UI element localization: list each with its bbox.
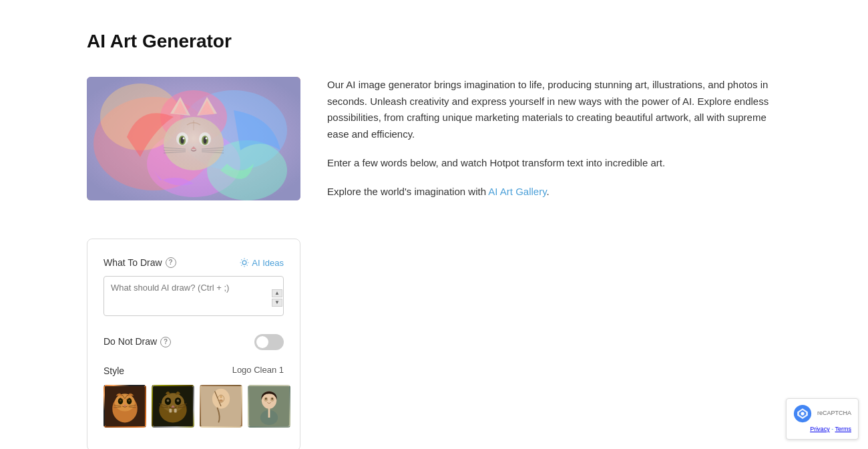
do-not-draw-help-icon[interactable]: ? <box>160 337 171 347</box>
svg-point-65 <box>219 400 223 402</box>
recaptcha-text: reCAPTCHA <box>817 408 851 418</box>
what-to-draw-section: What To Draw ? AI Ideas ▲ ▼ <box>103 255 284 320</box>
scroll-up-arrow[interactable]: ▲ <box>272 289 282 297</box>
tiger-thumb-svg <box>105 386 145 426</box>
violin-thumb-svg <box>201 386 241 426</box>
style-thumb-beast[interactable] <box>152 385 194 428</box>
form-card: What To Draw ? AI Ideas ▲ ▼ <box>87 239 300 449</box>
recaptcha-badge: reCAPTCHA Privacy - Terms <box>786 398 859 440</box>
description-paragraph-1: Our AI image generator brings imaginatio… <box>327 77 781 143</box>
scroll-down-arrow[interactable]: ▼ <box>272 299 282 307</box>
cat-artwork-svg <box>87 77 300 200</box>
style-thumbnails <box>103 385 284 428</box>
svg-point-70 <box>265 398 267 400</box>
do-not-draw-toggle[interactable] <box>254 334 284 350</box>
svg-point-71 <box>271 398 273 400</box>
page-title: AI Art Generator <box>87 27 781 57</box>
svg-point-28 <box>157 102 230 175</box>
do-not-draw-row: Do Not Draw ? <box>103 334 284 350</box>
style-header: Style Logo Clean 1 <box>103 363 284 378</box>
svg-point-64 <box>220 396 222 398</box>
do-not-draw-label: Do Not Draw ? <box>103 334 171 349</box>
svg-point-51 <box>167 400 170 402</box>
page-wrapper: AI Art Generator <box>67 0 801 449</box>
svg-point-29 <box>242 261 246 265</box>
top-section: Our AI image generator brings imaginatio… <box>87 77 781 212</box>
style-label: Style <box>103 363 124 378</box>
hero-image <box>87 77 300 200</box>
what-to-draw-textarea[interactable] <box>103 276 284 316</box>
svg-point-52 <box>177 400 180 402</box>
toggle-slider <box>254 334 284 350</box>
bulb-icon <box>240 258 249 267</box>
recaptcha-links: Privacy - Terms <box>810 424 851 434</box>
scrollbar-arrows: ▲ ▼ <box>272 289 282 307</box>
woman-thumb-svg <box>249 386 289 426</box>
recaptcha-terms-link[interactable]: Terms <box>835 426 852 432</box>
what-to-draw-label: What To Draw ? <box>103 255 176 270</box>
description-paragraph-3: Explore the world's imagination with AI … <box>327 184 781 200</box>
description-paragraph-2: Enter a few words below, and watch Hotpo… <box>327 155 781 172</box>
what-to-draw-help-icon[interactable]: ? <box>166 257 176 268</box>
style-value: Logo Clean 1 <box>232 363 284 378</box>
svg-point-32 <box>115 394 135 411</box>
style-thumb-tiger[interactable] <box>103 385 146 428</box>
style-section: Style Logo Clean 1 <box>103 363 284 428</box>
svg-point-75 <box>801 412 804 415</box>
recaptcha-logo-icon <box>793 404 812 423</box>
ai-art-gallery-link[interactable]: AI Art Gallery <box>488 186 546 197</box>
recaptcha-top: reCAPTCHA <box>793 404 851 423</box>
style-thumb-woman[interactable] <box>248 385 290 428</box>
svg-point-36 <box>128 400 130 402</box>
style-thumb-violin[interactable] <box>200 385 242 428</box>
beast-thumb-svg <box>153 386 193 426</box>
svg-point-35 <box>120 400 122 402</box>
textarea-wrapper: ▲ ▼ <box>103 276 284 321</box>
what-to-draw-label-row: What To Draw ? AI Ideas <box>103 255 284 270</box>
recaptcha-privacy-link[interactable]: Privacy <box>810 426 830 432</box>
ai-ideas-button[interactable]: AI Ideas <box>240 258 284 268</box>
description-section: Our AI image generator brings imaginatio… <box>327 77 781 212</box>
svg-rect-58 <box>169 409 172 413</box>
hero-image-container <box>87 77 300 200</box>
svg-rect-59 <box>174 409 177 413</box>
